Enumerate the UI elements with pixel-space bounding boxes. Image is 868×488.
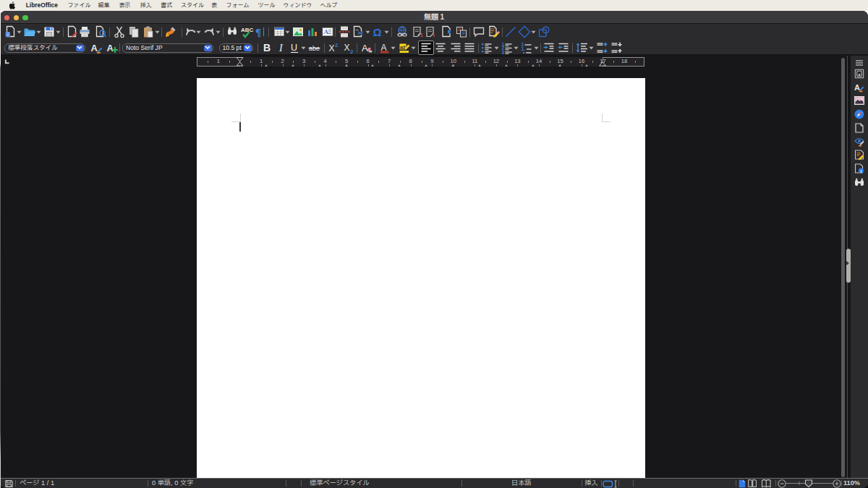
clear-formatting-button[interactable]: A: [359, 40, 375, 55]
sidebar-hide-handle[interactable]: [846, 249, 851, 283]
underline-dropdown-arrow[interactable]: [299, 40, 307, 55]
menu-8[interactable]: ツール: [258, 0, 276, 12]
sidebar-tab-style-inspector[interactable]: [854, 137, 864, 147]
decrease-paragraph-spacing-button[interactable]: [608, 40, 624, 55]
hyperlink-button[interactable]: [394, 25, 410, 39]
track-changes-button[interactable]: [486, 25, 502, 39]
menu-5[interactable]: スタイル: [181, 0, 204, 12]
sidebar-tab-properties[interactable]: [855, 69, 864, 79]
zoom-slider[interactable]: [786, 479, 833, 488]
menu-9[interactable]: ウィンドウ: [284, 0, 312, 12]
statusbar-insert-mode[interactable]: 挿入: [582, 479, 601, 488]
menu-7[interactable]: フォーム: [226, 0, 250, 12]
sidebar-tab-page[interactable]: [855, 123, 864, 133]
document-page[interactable]: [197, 78, 646, 478]
increase-indent-button[interactable]: [541, 40, 557, 55]
zoom-level[interactable]: 110%: [843, 479, 860, 487]
outline-list-dropdown-arrow[interactable]: [532, 40, 540, 55]
multi-page-view-button[interactable]: [748, 479, 757, 487]
zoom-in-button[interactable]: [833, 479, 841, 488]
print-preview-button[interactable]: [93, 25, 109, 39]
draw-functions-button[interactable]: [536, 25, 552, 39]
paragraph-style-combobox[interactable]: 標準段落スタイル: [4, 43, 85, 52]
toolbar-separator: [375, 43, 375, 53]
find-replace-button[interactable]: [224, 25, 240, 39]
new-style-button[interactable]: A: [104, 40, 120, 55]
superscript-button[interactable]: X2: [326, 40, 341, 55]
print-button[interactable]: [77, 25, 93, 39]
toolbar-separator: [357, 43, 357, 53]
strikethrough-button[interactable]: abe: [307, 40, 323, 55]
menu-2[interactable]: 表示: [119, 0, 131, 12]
align-center-button[interactable]: [433, 40, 448, 55]
menu-0[interactable]: ファイル: [68, 0, 91, 12]
toolbars: ABC¶AΩ1i 標準段落スタイルAANoto Serif JP10.5 ptB…: [0, 24, 868, 56]
font-name-dropdown-button[interactable]: [204, 45, 213, 52]
font-color-dropdown-arrow[interactable]: [390, 40, 397, 55]
undo-dropdown-arrow[interactable]: [195, 25, 203, 39]
clone-formatting-button[interactable]: [163, 25, 179, 39]
menu-4[interactable]: 書式: [161, 0, 172, 12]
justify-button[interactable]: [461, 40, 477, 55]
highlight-color-dropdown-arrow[interactable]: [409, 40, 417, 55]
cut-button[interactable]: [111, 25, 127, 39]
font-size-combobox[interactable]: 10.5 pt: [219, 43, 254, 52]
menu-1[interactable]: 編集: [98, 0, 110, 12]
zoom-out-button[interactable]: [778, 479, 786, 488]
statusbar-page-number[interactable]: ページ 1 / 1: [20, 479, 54, 488]
styles-icon: A: [854, 82, 864, 93]
left-tab-icon[interactable]: [4, 59, 9, 64]
insert-bookmark-button[interactable]: [439, 25, 455, 39]
redo-dropdown-arrow[interactable]: [214, 25, 221, 39]
font-name-value[interactable]: Noto Serif JP: [126, 44, 204, 51]
sidebar-tab-navigator[interactable]: [854, 109, 864, 119]
formatting-marks-button[interactable]: ¶: [252, 25, 268, 39]
horizontal-ruler[interactable]: 1123456789101112131415161718: [197, 57, 644, 67]
manage-changes-icon: [855, 150, 864, 160]
paragraph-style-dropdown-button[interactable]: [76, 45, 85, 52]
statusbar-page-style[interactable]: 標準ページスタイル: [310, 479, 370, 488]
insert-endnote-button[interactable]: i: [423, 25, 439, 39]
menu-3[interactable]: 挿入: [140, 0, 152, 12]
font-size-value[interactable]: 10.5 pt: [223, 44, 244, 51]
insert-comment-button[interactable]: [471, 25, 487, 39]
save-dropdown-arrow[interactable]: [55, 25, 62, 39]
apple-icon[interactable]: [9, 1, 16, 9]
svg-text:X: X: [344, 43, 350, 53]
selection-mode-icon[interactable]: [603, 480, 618, 488]
statusbar-word-count[interactable]: 0 単語, 0 文字: [152, 479, 193, 488]
statusbar-language[interactable]: 日本語: [461, 479, 582, 488]
paste-dropdown-arrow[interactable]: [153, 25, 161, 39]
menu-6[interactable]: 表: [211, 0, 217, 12]
sidebar-tab-manage-changes[interactable]: [855, 150, 864, 160]
align-left-button[interactable]: [418, 40, 434, 55]
sidebar-tab-accessibility-check[interactable]: i: [855, 163, 864, 174]
menubar-app-name[interactable]: LibreOffice: [26, 0, 58, 12]
single-page-view-button[interactable]: [739, 479, 746, 488]
sidebar-tab-find[interactable]: [854, 178, 864, 187]
sidebar-tab-gallery[interactable]: [854, 96, 864, 105]
increase-paragraph-spacing-button[interactable]: [594, 40, 610, 55]
vertical-scrollbar[interactable]: [841, 58, 846, 477]
paragraph-style-value[interactable]: 標準段落スタイル: [8, 43, 76, 53]
decrease-indent-button[interactable]: [556, 40, 571, 55]
save-status-icon[interactable]: [5, 480, 13, 487]
insert-chart-button[interactable]: [305, 25, 320, 39]
subscript-button[interactable]: X2: [341, 40, 357, 55]
menu-10[interactable]: ヘルプ: [320, 0, 338, 12]
copy-button[interactable]: [126, 25, 142, 39]
insert-image-button[interactable]: [290, 25, 306, 39]
font-size-dropdown-button[interactable]: [244, 45, 252, 52]
insert-textbox-button[interactable]: A: [320, 25, 336, 39]
update-style-button[interactable]: A: [88, 40, 104, 55]
book-view-button[interactable]: [762, 479, 771, 488]
text-caret[interactable]: [239, 122, 241, 132]
ruler-indent-markers[interactable]: [197, 57, 644, 67]
font-name-combobox[interactable]: Noto Serif JP: [122, 43, 213, 52]
window-titlebar[interactable]: 無題 1: [0, 11, 868, 24]
bold-button[interactable]: B: [259, 40, 275, 55]
sidebar-tab-sidebar-settings[interactable]: [856, 60, 864, 66]
cross-reference-button[interactable]: [454, 25, 469, 39]
special-character-dropdown-arrow[interactable]: [383, 25, 391, 39]
sidebar-tab-styles[interactable]: A: [854, 82, 864, 93]
